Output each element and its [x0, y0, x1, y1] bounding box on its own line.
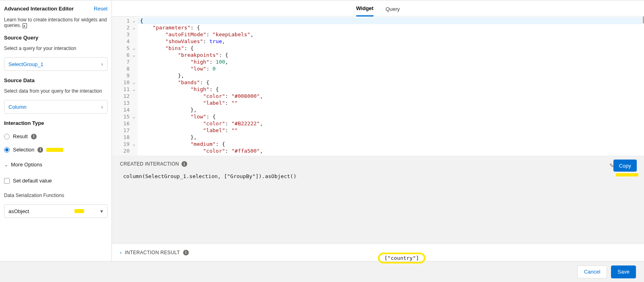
- info-icon[interactable]: i: [182, 161, 187, 167]
- created-interaction-code: column(SelectGroup_1.selection, ["GroupB…: [123, 173, 636, 179]
- source-data-value: Column: [8, 104, 27, 110]
- sidebar-title: Advanced Interaction Editor: [4, 6, 74, 12]
- code-area[interactable]: { "parameters": { "autoFitMode": "keepLa…: [138, 17, 644, 156]
- source-query-select[interactable]: SelectGroup_1 ›: [4, 57, 107, 71]
- interaction-result-value: ["country"]: [378, 253, 425, 263]
- info-icon[interactable]: i: [37, 147, 43, 153]
- source-data-select[interactable]: Column ›: [4, 100, 107, 114]
- help-icon[interactable]: ▸: [23, 23, 27, 28]
- serialization-select[interactable]: asObject ▾: [4, 204, 107, 218]
- interaction-result-bar: › INTERACTION RESULT i ["country"]: [112, 243, 644, 261]
- code-editor[interactable]: 1⌄2⌄3 4 5⌄6⌄7 8 9 10⌄11⌄12 13 14 15⌄16 1…: [112, 17, 644, 156]
- radio-selection[interactable]: Selection i: [4, 147, 107, 153]
- source-data-sub: Select data from your query for the inte…: [4, 88, 107, 94]
- chevron-right-icon: ›: [101, 61, 103, 67]
- set-default-checkbox-row[interactable]: Set default value: [4, 178, 107, 184]
- sidebar: Advanced Interaction Editor Reset Learn …: [0, 0, 112, 261]
- radio-selection-label: Selection: [13, 147, 34, 153]
- highlight-annotation: [46, 148, 63, 152]
- highlight-annotation: [616, 173, 638, 176]
- help-text: Learn how to create interactions for wid…: [4, 17, 107, 28]
- checkbox-icon: [4, 178, 10, 184]
- interaction-type-heading: Interaction Type: [4, 120, 107, 126]
- chevron-down-icon: ⌄: [4, 162, 8, 168]
- chevron-right-icon[interactable]: ›: [120, 250, 122, 255]
- info-icon[interactable]: i: [183, 250, 189, 255]
- radio-result[interactable]: Result i: [4, 133, 107, 139]
- set-default-label: Set default value: [13, 178, 52, 184]
- footer: Cancel Save: [0, 261, 644, 282]
- gutter: 1⌄2⌄3 4 5⌄6⌄7 8 9 10⌄11⌄12 13 14 15⌄16 1…: [112, 17, 138, 156]
- radio-icon: [4, 147, 10, 153]
- serialization-heading: Data Serialization Functions: [4, 193, 107, 198]
- app-root: Advanced Interaction Editor Reset Learn …: [0, 0, 644, 261]
- source-query-heading: Source Query: [4, 35, 107, 41]
- chevron-right-icon: ›: [101, 104, 103, 110]
- chevron-down-icon: ▾: [100, 208, 103, 214]
- tab-widget[interactable]: Widget: [356, 5, 374, 17]
- created-interaction-label: CREATED INTERACTION: [120, 161, 179, 167]
- cancel-button[interactable]: Cancel: [577, 265, 607, 278]
- tabs: Widget Query: [112, 0, 644, 17]
- radio-icon: [4, 134, 10, 139]
- main-panel: Widget Query 1⌄2⌄3 4 5⌄6⌄7 8 9 10⌄11⌄12 …: [112, 0, 644, 261]
- copy-button[interactable]: Copy: [613, 160, 637, 172]
- interaction-result-label: INTERACTION RESULT: [125, 250, 180, 255]
- save-button[interactable]: Save: [611, 265, 636, 278]
- tab-query[interactable]: Query: [386, 6, 400, 16]
- source-data-heading: Source Data: [4, 77, 107, 83]
- radio-result-label: Result: [13, 133, 28, 139]
- highlight-annotation: [74, 209, 84, 213]
- source-query-sub: Select a query for your interaction: [4, 46, 107, 51]
- source-query-value: SelectGroup_1: [8, 61, 43, 67]
- created-interaction-panel: CREATED INTERACTION i column(SelectGroup…: [112, 156, 644, 243]
- serialization-value: asObject: [8, 208, 29, 214]
- more-options-toggle[interactable]: ⌄ More Options: [4, 162, 107, 168]
- info-icon[interactable]: i: [31, 134, 37, 139]
- reset-link[interactable]: Reset: [94, 6, 107, 12]
